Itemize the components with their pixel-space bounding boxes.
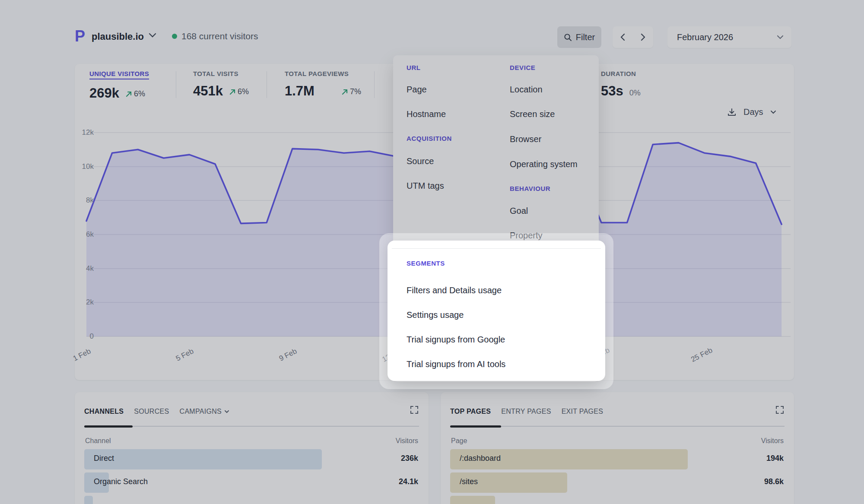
menu-section-segments: SEGMENTS	[407, 260, 445, 267]
segment-item-settings-usage[interactable]: Settings usage	[407, 310, 464, 320]
segment-item-trial-signups-google[interactable]: Trial signups from Google	[407, 335, 505, 345]
segment-item-filters-details-usage[interactable]: Filters and Details usage	[407, 285, 502, 295]
segments-divider	[392, 248, 601, 249]
segment-item-trial-signups-ai-tools[interactable]: Trial signups from AI tools	[407, 359, 505, 369]
segments-spotlight: SEGMENTS Filters and Details usage Setti…	[388, 241, 605, 381]
